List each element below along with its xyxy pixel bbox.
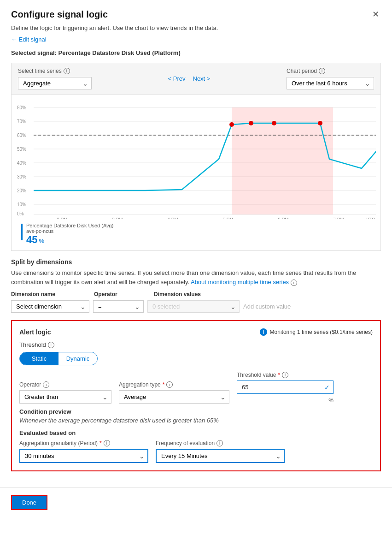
aggregation-granularity-select-container: 30 minutes xyxy=(19,449,148,463)
static-toggle-button[interactable]: Static xyxy=(20,352,59,365)
edit-signal-link[interactable]: ← Edit signal xyxy=(11,36,47,43)
threshold-value-input[interactable] xyxy=(237,381,333,394)
split-by-dimensions-title: Split by dimensions xyxy=(11,258,381,266)
prev-button[interactable]: < Prev xyxy=(168,75,186,82)
evaluated-based-on-row: Aggregation granularity (Period) * i 30 … xyxy=(19,440,373,463)
done-button[interactable]: Done xyxy=(11,495,47,510)
legend-subtitle: avs-pc-ncus xyxy=(26,228,113,234)
monitoring-info: i Monitoring 1 time series ($0.1/time se… xyxy=(260,328,373,336)
time-series-label: Select time series i xyxy=(18,68,92,74)
svg-text:4 PM: 4 PM xyxy=(167,217,178,219)
legend-unit: % xyxy=(39,238,45,244)
frequency-label: Frequency of evaluation i xyxy=(156,440,285,446)
dimension-values-select[interactable]: 0 selected xyxy=(147,300,240,313)
operator-select[interactable]: = xyxy=(93,300,144,313)
svg-text:6 PM: 6 PM xyxy=(278,217,288,219)
chart-period-select-container: Over the last 6 hours xyxy=(287,77,374,89)
threshold-value-info-icon[interactable]: i xyxy=(282,372,288,378)
aggregation-type-label: Aggregation type * i xyxy=(119,381,229,388)
chart-period-section: Chart period i Over the last 6 hours xyxy=(287,68,374,89)
operator-info-icon[interactable]: i xyxy=(43,381,49,388)
next-button[interactable]: Next > xyxy=(193,75,211,82)
threshold-value-label: Threshold value * i xyxy=(237,372,333,378)
footer: Done xyxy=(0,487,392,517)
about-monitoring-link[interactable]: About monitoring multiple time series xyxy=(191,279,289,285)
operator-label: Operator i xyxy=(19,381,111,388)
frequency-select[interactable]: Every 15 Minutes xyxy=(156,449,285,463)
frequency-select-container: Every 15 Minutes xyxy=(156,449,285,463)
aggregation-granularity-info-icon[interactable]: i xyxy=(104,440,110,446)
close-button[interactable]: ✕ xyxy=(370,9,381,19)
threshold-input-wrapper: ✓ xyxy=(237,381,333,394)
legend-color-bar xyxy=(21,224,23,240)
dialog-header: Configure signal logic ✕ xyxy=(11,9,381,20)
chart-legend: Percentage Datastore Disk Used (Avg) avs… xyxy=(16,219,376,250)
time-series-select-container: Aggregate xyxy=(18,77,92,89)
condition-preview-text: Whenever the average percentage datastor… xyxy=(19,417,373,424)
dim-header-operator: Operator xyxy=(94,291,154,297)
aggregation-type-group: Aggregation type * i Average xyxy=(119,381,229,404)
dialog-title: Configure signal logic xyxy=(11,9,108,20)
data-point-1 xyxy=(229,122,234,127)
legend-value-row: 45 % xyxy=(26,234,113,246)
svg-text:60%: 60% xyxy=(17,133,26,138)
chart-area: 80% 70% 60% 50% 40% 30% 20% 10% 0% xyxy=(11,95,381,251)
dim-header-name: Dimension name xyxy=(11,291,94,297)
threshold-info-icon[interactable]: i xyxy=(48,342,54,348)
dimension-name-select[interactable]: Select dimension xyxy=(11,300,89,313)
svg-text:0%: 0% xyxy=(17,211,24,216)
time-series-bar: Select time series i Aggregate < Prev Ne… xyxy=(11,63,381,95)
evaluated-based-on-title: Evaluated based on xyxy=(19,429,373,436)
chart-period-info-icon[interactable]: i xyxy=(319,68,325,74)
alert-logic-form-row: Operator i Greater than Aggregation type… xyxy=(19,372,373,404)
add-custom-value-link: Add custom value xyxy=(243,303,291,310)
data-point-2 xyxy=(249,121,253,125)
svg-text:50%: 50% xyxy=(17,147,26,152)
alert-logic-title: Alert logic xyxy=(19,328,51,336)
legend-value: 45 xyxy=(26,234,37,245)
chart-period-select[interactable]: Over the last 6 hours xyxy=(287,77,374,89)
selected-signal-label: Selected signal: Percentage Datastore Di… xyxy=(11,49,381,56)
svg-text:7 PM: 7 PM xyxy=(333,217,344,219)
split-by-dimensions-section: Split by dimensions Use dimensions to mo… xyxy=(11,258,381,313)
alert-logic-header: Alert logic i Monitoring 1 time series (… xyxy=(19,328,373,336)
operator-select-container: = xyxy=(93,300,144,313)
split-by-dimensions-desc: Use dimensions to monitor specific time … xyxy=(11,268,381,286)
frequency-group: Frequency of evaluation i Every 15 Minut… xyxy=(156,440,285,463)
aggregation-type-select[interactable]: Average xyxy=(119,390,229,404)
data-point-3 xyxy=(272,121,276,125)
dim-header-values: Dimension values xyxy=(154,291,255,297)
chart-svg-container: 80% 70% 60% 50% 40% 30% 20% 10% 0% xyxy=(16,99,376,219)
frequency-info-icon[interactable]: i xyxy=(216,440,223,446)
time-series-select[interactable]: Aggregate xyxy=(18,77,92,89)
threshold-value-group: Threshold value * i ✓ % xyxy=(237,372,333,404)
threshold-check-icon: ✓ xyxy=(324,384,330,391)
alert-operator-select[interactable]: Greater than xyxy=(19,390,111,404)
about-monitoring-info-icon[interactable]: i xyxy=(291,279,297,286)
time-series-navigation: < Prev Next > xyxy=(168,75,211,82)
dynamic-toggle-button[interactable]: Dynamic xyxy=(59,352,97,365)
aggregation-type-select-container: Average xyxy=(119,390,229,404)
threshold-toggle-group: Static Dynamic xyxy=(19,352,98,365)
time-series-info-icon[interactable]: i xyxy=(64,68,70,74)
aggregation-type-info-icon[interactable]: i xyxy=(166,381,173,388)
svg-text:2 PM: 2 PM xyxy=(57,217,67,219)
svg-text:3 PM: 3 PM xyxy=(112,217,123,219)
operator-group-select-container: Greater than xyxy=(19,390,111,404)
svg-text:80%: 80% xyxy=(17,105,26,110)
svg-text:10%: 10% xyxy=(17,202,26,207)
legend-text: Percentage Datastore Disk Used (Avg) avs… xyxy=(26,223,113,246)
data-point-4 xyxy=(318,121,322,125)
monitoring-info-icon: i xyxy=(260,328,267,336)
chart-svg: 80% 70% 60% 50% 40% 30% 20% 10% 0% xyxy=(16,99,376,219)
svg-text:30%: 30% xyxy=(17,174,26,179)
svg-text:70%: 70% xyxy=(17,119,26,124)
aggregation-granularity-select[interactable]: 30 minutes xyxy=(19,449,148,463)
dimension-row: Select dimension = 0 selected Add custom… xyxy=(11,300,381,313)
svg-text:UTC+01:00: UTC+01:00 xyxy=(366,217,376,219)
chart-period-label: Chart period i xyxy=(287,68,325,74)
dialog-description: Define the logic for triggering an alert… xyxy=(11,24,381,31)
aggregation-granularity-label: Aggregation granularity (Period) * i xyxy=(19,440,148,446)
alert-logic-box: Alert logic i Monitoring 1 time series (… xyxy=(11,320,381,471)
dimension-name-container: Select dimension xyxy=(11,300,89,313)
